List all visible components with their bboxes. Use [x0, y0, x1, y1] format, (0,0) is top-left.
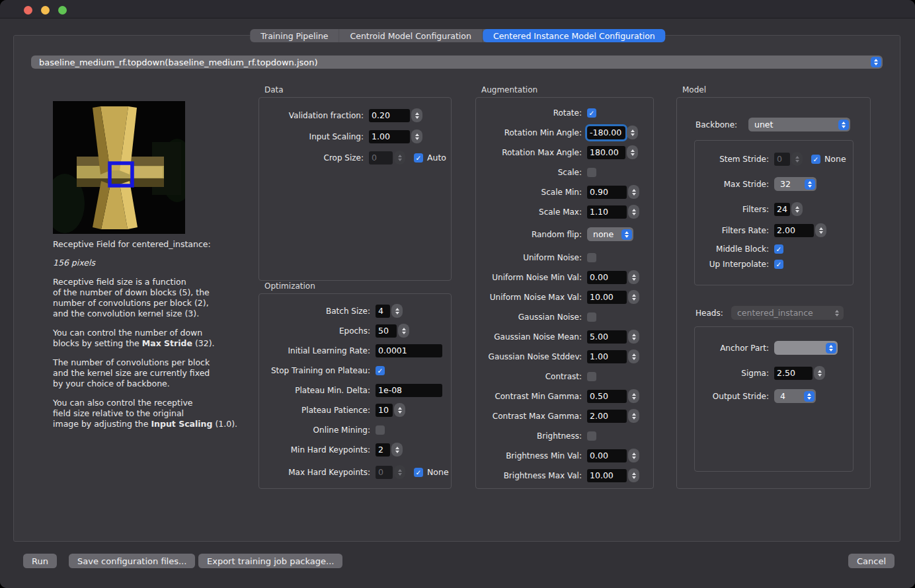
- run-button[interactable]: Run: [23, 554, 57, 568]
- plateau-patience-input[interactable]: 10: [376, 404, 393, 417]
- max-hard-keypoints-stepper: [394, 465, 405, 479]
- validation-fraction-input[interactable]: 0.20: [369, 109, 410, 122]
- max-stride-select[interactable]: 32: [774, 177, 816, 191]
- online-mining-checkbox[interactable]: [376, 425, 385, 435]
- crop-size-override-checkbox[interactable]: ✓: [414, 153, 423, 163]
- output-stride-select-value: 4: [780, 391, 785, 401]
- scale-max-input[interactable]: 1.10: [587, 205, 627, 219]
- batch-size-input[interactable]: 4: [376, 305, 390, 318]
- contrast-min-gamma-stepper[interactable]: [628, 389, 639, 403]
- gaussian-noise-stddev-input[interactable]: 1.00: [587, 350, 627, 363]
- zoom-window-button[interactable]: [58, 6, 67, 15]
- initial-learning-rate-label: Initial Learning Rate:: [264, 346, 370, 355]
- up-interpolate-label: Up Interpolate:: [699, 260, 769, 269]
- heads-params-box: Anchor Part:Sigma:2.50Output Stride:4: [694, 326, 854, 472]
- stop-training-on-plateau-checkbox[interactable]: ✓: [376, 366, 385, 375]
- stem-stride-label: Stem Stride:: [699, 155, 769, 164]
- epochs-stepper[interactable]: [398, 324, 409, 338]
- gaussian-noise-mean-input[interactable]: 5.00: [587, 330, 627, 344]
- random-flip-select[interactable]: none: [587, 227, 633, 241]
- filters-stepper[interactable]: [791, 202, 803, 216]
- scale-max-label: Scale Max:: [481, 207, 582, 217]
- scale-checkbox[interactable]: [587, 168, 596, 177]
- brightness-min-val-input[interactable]: 0.00: [587, 449, 627, 462]
- contrast-min-gamma-label: Contrast Min Gamma:: [481, 392, 582, 401]
- sigma-input[interactable]: 2.50: [774, 367, 813, 380]
- uniform-noise-max-val-input[interactable]: 10.00: [587, 291, 627, 304]
- rotation-max-angle-stepper[interactable]: [627, 145, 638, 159]
- brightness-max-val-input[interactable]: 10.00: [587, 469, 627, 482]
- max-hard-keypoints-override-label: None: [427, 467, 449, 477]
- input-scaling-stepper[interactable]: [411, 129, 422, 143]
- input-scaling-input[interactable]: 1.00: [369, 130, 410, 143]
- brightness-max-val-label: Brightness Max Val:: [481, 471, 582, 480]
- anchor-part-label: Anchor Part:: [699, 344, 769, 353]
- crop-size-override-label: Auto: [427, 153, 446, 163]
- uniform-noise-max-val-stepper[interactable]: [628, 290, 639, 304]
- max-hard-keypoints-label: Max Hard Keypoints:: [264, 468, 370, 477]
- rotation-min-angle-stepper[interactable]: [627, 126, 638, 139]
- brightness-label: Brightness:: [481, 431, 582, 441]
- filters-input[interactable]: 24: [774, 203, 790, 216]
- scale-label: Scale:: [481, 168, 582, 177]
- tab-training-pipeline[interactable]: Training Pipeline: [250, 29, 339, 42]
- export-training-job-button[interactable]: Export training job package...: [198, 554, 342, 568]
- min-hard-keypoints-input[interactable]: 2: [376, 443, 390, 457]
- group-augmentation: Augmentation Rotate:✓Rotation Min Angle:…: [475, 97, 654, 489]
- save-configuration-button[interactable]: Save configuration files...: [69, 554, 195, 568]
- rotate-checkbox[interactable]: ✓: [587, 108, 596, 118]
- brightness-min-val-stepper[interactable]: [628, 449, 639, 462]
- batch-size-stepper[interactable]: [391, 304, 403, 318]
- cancel-button[interactable]: Cancel: [848, 554, 895, 568]
- heads-select-value: centered_instance: [737, 308, 813, 318]
- contrast-max-gamma-label: Contrast Max Gamma:: [481, 412, 582, 421]
- plateau-patience-stepper[interactable]: [394, 403, 405, 417]
- plateau-min-delta-input[interactable]: 1e-08: [376, 384, 442, 397]
- window-content: Training Pipeline Centroid Model Configu…: [0, 18, 915, 588]
- gaussian-noise-checkbox[interactable]: [587, 312, 596, 322]
- tab-centered-instance-model-configuration[interactable]: Centered Instance Model Configuration: [483, 29, 666, 42]
- contrast-max-gamma-input[interactable]: 2.00: [587, 410, 627, 423]
- receptive-field-paragraph: The number of convolutions per blockand …: [53, 357, 258, 389]
- epochs-input[interactable]: 50: [376, 324, 397, 338]
- min-hard-keypoints-stepper[interactable]: [391, 443, 403, 457]
- brightness-max-val-stepper[interactable]: [628, 468, 639, 482]
- uniform-noise-min-val-input[interactable]: 0.00: [587, 271, 627, 284]
- sigma-stepper[interactable]: [814, 366, 825, 380]
- filters-rate-input[interactable]: 2.00: [774, 224, 814, 237]
- up-interpolate-checkbox[interactable]: ✓: [774, 260, 783, 269]
- scale-min-stepper[interactable]: [628, 185, 639, 199]
- rotation-min-angle-input[interactable]: -180.00: [587, 126, 625, 139]
- contrast-checkbox[interactable]: [587, 372, 596, 381]
- uniform-noise-min-val-stepper[interactable]: [628, 270, 639, 284]
- backbone-label: Backbone:: [696, 120, 743, 129]
- tab-centroid-model-configuration[interactable]: Centroid Model Configuration: [339, 29, 482, 42]
- contrast-max-gamma-stepper[interactable]: [628, 409, 639, 423]
- profile-select[interactable]: baseline_medium_rf.topdown(baseline_medi…: [31, 55, 883, 69]
- scale-min-input[interactable]: 0.90: [587, 186, 627, 199]
- validation-fraction-stepper[interactable]: [411, 108, 422, 122]
- brightness-checkbox[interactable]: [587, 431, 596, 441]
- uniform-noise-checkbox[interactable]: [587, 253, 596, 262]
- backbone-select[interactable]: unet: [748, 118, 850, 131]
- filters-rate-stepper[interactable]: [815, 223, 826, 237]
- epochs-label: Epochs:: [264, 326, 370, 336]
- stem-stride-override-checkbox[interactable]: ✓: [811, 155, 820, 164]
- minimize-window-button[interactable]: [41, 6, 50, 15]
- stop-training-on-plateau-label: Stop Training on Plateau:: [264, 366, 370, 375]
- rotation-min-angle-label: Rotation Min Angle:: [481, 128, 582, 137]
- stem-stride-override-label: None: [824, 154, 846, 164]
- contrast-min-gamma-input[interactable]: 0.50: [587, 390, 627, 403]
- output-stride-select[interactable]: 4: [774, 389, 816, 403]
- anchor-part-select[interactable]: [774, 341, 838, 355]
- scale-max-stepper[interactable]: [628, 205, 639, 219]
- max-hard-keypoints-override-checkbox[interactable]: ✓: [414, 468, 423, 477]
- rotation-max-angle-input[interactable]: 180.00: [587, 146, 625, 159]
- middle-block-checkbox[interactable]: ✓: [774, 244, 783, 254]
- backbone-row: Backbone: unet: [696, 118, 850, 131]
- close-window-button[interactable]: [24, 6, 32, 15]
- gaussian-noise-stddev-stepper[interactable]: [628, 349, 639, 363]
- gaussian-noise-mean-stepper[interactable]: [628, 330, 639, 344]
- initial-learning-rate-input[interactable]: 0.0001: [376, 344, 442, 357]
- batch-size-label: Batch Size:: [264, 307, 370, 316]
